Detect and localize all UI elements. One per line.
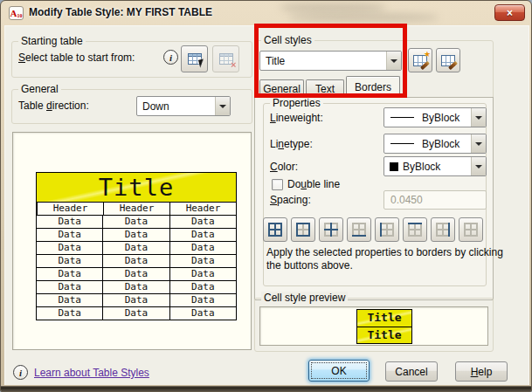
select-table-icon: [188, 53, 202, 65]
preview-data-cell: Data: [37, 242, 102, 254]
starting-table-group-label: Starting table: [18, 35, 86, 48]
create-cell-style-button[interactable]: ★: [408, 48, 432, 72]
preview-data-cell: Data: [37, 281, 102, 293]
outside-borders-button[interactable]: [291, 217, 315, 242]
help-button-label: Help: [471, 366, 493, 378]
select-table-button[interactable]: [181, 45, 208, 72]
table-preview: Title HeaderHeaderHeader Data Data Data: [36, 172, 237, 320]
preview-data-cell: Data: [102, 307, 169, 320]
lineweight-label: Lineweight:: [270, 112, 323, 125]
inside-borders-icon: [324, 223, 338, 237]
cancel-button-label: Cancel: [395, 366, 427, 378]
preview-data-cell: Data: [37, 294, 102, 306]
preview-data-cell: Data: [169, 307, 236, 320]
learn-about-table-styles-link[interactable]: Learn about Table Styles: [34, 367, 149, 379]
table-direction-label: Table direction:: [18, 100, 89, 113]
linetype-value: ByBlock: [414, 138, 471, 150]
top-border-button[interactable]: [403, 217, 427, 242]
preview-data-cell: Data: [169, 281, 236, 293]
preview-data-row: Data Data Data: [37, 306, 236, 320]
lineweight-dropdown[interactable]: ByBlock: [383, 107, 487, 127]
preview-data-row: Data Data Data: [37, 280, 236, 293]
window-title: Modify Table Style: MY FIRST TABLE: [29, 6, 212, 18]
cancel-button[interactable]: Cancel: [385, 361, 438, 382]
modify-table-style-dialog: A10 Modify Table Style: MY FIRST TABLE ×…: [0, 0, 532, 392]
general-group-label: General: [18, 83, 61, 96]
cell-style-preview-panel: Title Title: [259, 306, 488, 346]
remove-table-button[interactable]: ×: [212, 45, 239, 72]
spacing-input[interactable]: 0.0450: [383, 190, 487, 210]
manage-cell-styles-icon: [441, 55, 455, 66]
close-icon: ×: [507, 8, 513, 18]
preview-data-cell: Data: [169, 255, 236, 267]
close-button[interactable]: ×: [494, 4, 525, 21]
preview-data-cell: Data: [102, 242, 169, 254]
chevron-down-icon[interactable]: [471, 108, 486, 127]
preview-title-cell: Title: [37, 173, 236, 202]
bottom-border-button[interactable]: [347, 217, 371, 242]
top-border-icon: [408, 223, 422, 237]
preview-title-cell-1: Title: [357, 310, 411, 327]
all-borders-button[interactable]: [263, 217, 287, 242]
cell-style-preview-label: Cell style preview: [261, 292, 348, 305]
right-border-icon: [436, 223, 450, 237]
preview-data-cell: Data: [37, 255, 102, 267]
chevron-down-icon[interactable]: [471, 157, 486, 175]
preview-data-cell: Data: [169, 216, 236, 228]
apply-hint-line2: the buttons above.: [266, 259, 353, 272]
preview-data-cell: Data: [102, 216, 169, 228]
info-icon: i: [163, 50, 178, 65]
preview-data-cell: Data: [102, 229, 169, 241]
double-line-label: Double line: [287, 178, 340, 191]
preview-data-row: Data Data Data: [37, 241, 236, 254]
help-button[interactable]: Help: [455, 361, 508, 382]
preview-data-row: Data Data Data: [37, 215, 236, 228]
preview-data-cell: Data: [102, 281, 169, 293]
inside-borders-button[interactable]: [319, 217, 343, 242]
color-swatch: [390, 162, 398, 171]
select-table-label: Select table to start from:: [18, 52, 135, 65]
linetype-dropdown[interactable]: ByBlock: [383, 134, 487, 154]
color-value: ByBlock: [398, 161, 471, 173]
preview-data-cell: Data: [169, 242, 236, 254]
no-borders-icon: [464, 223, 478, 237]
learn-info-icon: i: [13, 365, 28, 380]
preview-data-rows: Data Data Data Data Data Data: [37, 215, 236, 320]
linetype-label: Linetype:: [270, 138, 313, 151]
preview-data-cell: Data: [102, 294, 169, 306]
apply-hint-line1: Apply the selected properties to borders…: [266, 246, 503, 259]
color-dropdown[interactable]: ByBlock: [383, 156, 487, 176]
right-border-button[interactable]: [431, 217, 455, 242]
lineweight-sample: [390, 117, 414, 118]
table-preview-panel: Title HeaderHeaderHeader Data Data Data: [12, 132, 252, 350]
chevron-down-icon[interactable]: [471, 134, 486, 153]
new-cell-style-icon: ★: [413, 55, 427, 66]
preview-data-row: Data Data Data: [37, 267, 236, 280]
spacing-label: Spacing:: [270, 194, 311, 207]
ok-button-label: OK: [331, 365, 346, 377]
preview-data-cell: Data: [169, 268, 236, 280]
autocad-app-icon: A10: [9, 6, 24, 20]
no-borders-button[interactable]: [459, 217, 483, 242]
double-line-checkbox[interactable]: [272, 179, 283, 190]
left-border-icon: [380, 223, 394, 237]
title-bar[interactable]: A10 Modify Table Style: MY FIRST TABLE ×: [1, 1, 531, 25]
preview-header-cell: Header: [169, 203, 236, 215]
chevron-down-icon[interactable]: [215, 97, 230, 115]
outside-borders-icon: [296, 223, 310, 237]
spacing-value: 0.0450: [390, 194, 423, 206]
bottom-border-icon: [352, 223, 366, 237]
preview-data-cell: Data: [169, 294, 236, 306]
preview-title-cell-2: Title: [357, 327, 411, 343]
table-direction-value: Down: [137, 100, 215, 113]
manage-cell-styles-button[interactable]: [436, 48, 460, 72]
ok-button[interactable]: OK: [308, 360, 370, 382]
table-direction-dropdown[interactable]: Down: [136, 96, 231, 116]
linetype-sample: [390, 143, 414, 144]
left-border-button[interactable]: [375, 217, 399, 242]
lineweight-value: ByBlock: [414, 112, 471, 124]
properties-group-label: Properties: [270, 97, 323, 110]
red-annotation-rectangle: [254, 24, 407, 98]
preview-data-row: Data Data Data: [37, 293, 236, 306]
remove-table-icon: ×: [219, 53, 233, 65]
